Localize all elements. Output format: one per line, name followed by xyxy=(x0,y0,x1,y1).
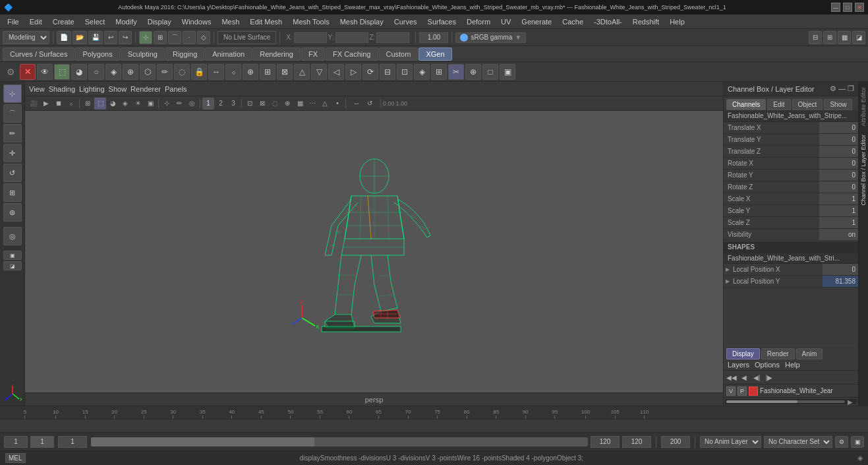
menu-windows[interactable]: Windows xyxy=(177,16,216,27)
fill-icon[interactable]: ▣ xyxy=(500,64,515,80)
channel-box-tab[interactable]: Channel Box / Layer Editor xyxy=(859,132,868,208)
tool3-icon[interactable]: ⊞ xyxy=(260,64,275,80)
scale-y-row[interactable]: Scale Y 1 xyxy=(724,205,858,217)
tool5-icon[interactable]: △ xyxy=(294,64,310,80)
open-btn[interactable]: 📂 xyxy=(72,31,87,44)
close-btn[interactable]: ✕ xyxy=(855,3,864,12)
translate-y-value[interactable]: 0 xyxy=(819,134,858,145)
settings-icon-btn[interactable]: ⚙ xyxy=(3,64,18,80)
vp-show[interactable]: Show xyxy=(109,85,127,93)
translate-z-row[interactable]: Translate Z 0 xyxy=(724,146,858,158)
scroll-thumb[interactable] xyxy=(726,400,797,403)
shaded-btn[interactable]: ◕ xyxy=(71,64,87,80)
minimize-btn[interactable]: — xyxy=(831,3,840,12)
scroll-right-icon[interactable]: ▶ xyxy=(845,396,855,406)
range-end-field[interactable] xyxy=(591,436,620,448)
rotate-y-row[interactable]: Rotate Y 0 xyxy=(724,170,858,181)
attr-editor-tab[interactable]: Attribute Editor xyxy=(859,84,868,129)
vp-camera-icon[interactable]: 🎥 xyxy=(28,98,40,109)
timeline[interactable]: 5101520253035404550556065707580859095100… xyxy=(0,406,868,432)
layers-menu-layers[interactable]: Layers xyxy=(728,361,749,369)
tab-show[interactable]: Show xyxy=(824,99,852,110)
redo-btn[interactable]: ↪ xyxy=(119,31,132,44)
menu-select[interactable]: Select xyxy=(80,16,110,27)
char-set-btn[interactable]: ⚙ xyxy=(835,436,848,448)
rotate-tool[interactable]: ↺ xyxy=(3,164,22,182)
toggle-btn[interactable]: ✕ xyxy=(20,64,36,80)
scale-z-row[interactable]: Scale Z 1 xyxy=(724,217,858,229)
vp-pivot-icon[interactable]: ⊕ xyxy=(281,98,293,109)
layers-menu-options[interactable]: Options xyxy=(755,361,780,369)
viewport-canvas[interactable]: X Y Z xyxy=(25,111,723,392)
tab-edit[interactable]: Edit xyxy=(767,99,790,110)
rotate-x-row[interactable]: Rotate X 0 xyxy=(724,158,858,170)
vp-shadow-icon[interactable]: ▣ xyxy=(144,98,156,109)
render-tab[interactable]: Render xyxy=(761,348,795,359)
tab-custom[interactable]: Custom xyxy=(379,47,419,61)
scale-y-value[interactable]: 1 xyxy=(819,205,858,216)
display-layer-btn[interactable]: ▣ xyxy=(3,251,22,260)
visibility-row[interactable]: Visibility on xyxy=(724,229,858,241)
menu-edit-mesh[interactable]: Edit Mesh xyxy=(245,16,287,27)
vp-shaded-icon[interactable]: ◕ xyxy=(107,98,119,109)
layers-menu-help[interactable]: Help xyxy=(785,361,800,369)
tab-object[interactable]: Object xyxy=(792,99,823,110)
vp-grid-icon[interactable]: ⊞ xyxy=(82,98,94,109)
snap-surface[interactable]: ◇ xyxy=(197,31,210,44)
maximize-btn[interactable]: □ xyxy=(843,3,852,12)
menu-surfaces[interactable]: Surfaces xyxy=(423,16,461,27)
tool4-icon[interactable]: ⊠ xyxy=(277,64,293,80)
vp-panels[interactable]: Panels xyxy=(165,85,187,93)
tab-rigging[interactable]: Rigging xyxy=(165,47,204,61)
timeline-playback-bar[interactable] xyxy=(0,419,868,432)
scale-field[interactable] xyxy=(419,32,448,43)
local-pos-x-value[interactable]: 0 xyxy=(822,264,858,275)
bevel-icon[interactable]: ◈ xyxy=(414,64,430,80)
menu-help[interactable]: Help xyxy=(665,16,689,27)
tool1-icon[interactable]: ⬦ xyxy=(225,64,241,80)
vp-shading[interactable]: Shading xyxy=(49,85,75,93)
menu-uv[interactable]: UV xyxy=(496,16,515,27)
menu-mesh-tools[interactable]: Mesh Tools xyxy=(288,16,333,27)
playback-end-field[interactable] xyxy=(661,436,690,448)
rotate-x-value[interactable]: 0 xyxy=(819,158,858,169)
layer-next-key-icon[interactable]: |▶ xyxy=(764,372,774,383)
vp-play-icon[interactable]: ▶ xyxy=(40,98,52,109)
vp-renderer[interactable]: Renderer xyxy=(130,85,161,93)
tab-channels[interactable]: Channels xyxy=(726,99,766,110)
vp-key-icon[interactable]: ⬦ xyxy=(65,98,77,109)
vp-nurbscv-icon[interactable]: ◌ xyxy=(269,98,281,109)
tab-curves-surfaces[interactable]: Curves / Surfaces xyxy=(3,47,74,61)
lock-icon[interactable]: 🔒 xyxy=(191,64,207,80)
panel-layout-btn3[interactable]: ◪ xyxy=(852,31,865,44)
vp-view[interactable]: View xyxy=(29,85,45,93)
vp-isolate-icon[interactable]: ⊡ xyxy=(244,98,256,109)
tab-animation[interactable]: Animation xyxy=(205,47,252,61)
menu-mesh[interactable]: Mesh xyxy=(217,16,244,27)
translate-y-row[interactable]: Translate Y 0 xyxy=(724,134,858,146)
gamma-selector[interactable]: sRGB gamma ▼ xyxy=(455,32,526,43)
render-layer-btn[interactable]: ◪ xyxy=(3,261,22,270)
paint-select[interactable]: ✏ xyxy=(3,124,22,142)
undo-btn[interactable]: ↩ xyxy=(104,31,117,44)
tab-polygons[interactable]: Polygons xyxy=(75,47,119,61)
select-all-icon[interactable]: ⬡ xyxy=(140,64,156,80)
display-tab[interactable]: Display xyxy=(726,348,760,359)
current-frame-field[interactable] xyxy=(30,436,54,448)
menu-generate[interactable]: Generate xyxy=(517,16,556,27)
menu-deform[interactable]: Deform xyxy=(462,16,495,27)
menu-redshift[interactable]: Redshift xyxy=(628,16,664,27)
anim-options-btn[interactable]: ▣ xyxy=(851,436,864,448)
anim-tab[interactable]: Anim xyxy=(796,348,823,359)
vp-textured-icon[interactable]: ◈ xyxy=(119,98,131,109)
panel-layout-btn[interactable]: ⊞ xyxy=(823,31,836,44)
tab-rendering[interactable]: Rendering xyxy=(252,47,301,61)
tab-fx-caching[interactable]: FX Caching xyxy=(326,47,378,61)
tool2-icon[interactable]: ⊕ xyxy=(243,64,258,80)
status-icon-btn[interactable]: ◈ xyxy=(857,454,863,462)
spin-icon[interactable]: ⟳ xyxy=(362,64,378,80)
lasso-tool[interactable]: ⌒ xyxy=(3,104,22,123)
vp-res2-icon[interactable]: 2 xyxy=(215,98,227,109)
anim-layer-dropdown[interactable]: No Anim Layer xyxy=(700,436,761,448)
vp-paint-icon[interactable]: ✏ xyxy=(173,98,185,109)
